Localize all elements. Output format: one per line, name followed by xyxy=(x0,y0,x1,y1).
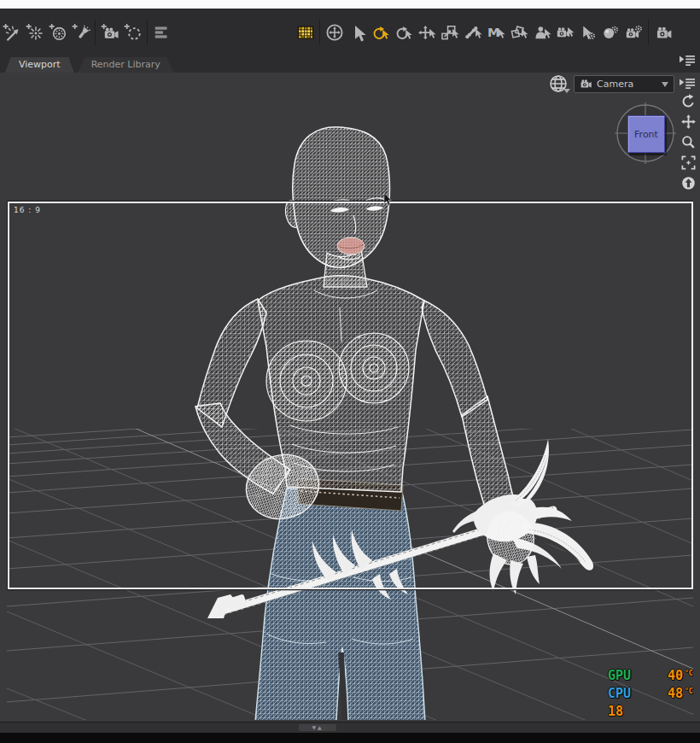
movie-camera-icon xyxy=(580,78,592,91)
zoom-icon[interactable] xyxy=(678,133,698,151)
svg-text:M: M xyxy=(487,24,499,38)
orbit-cube-face-label: Front xyxy=(634,129,658,140)
osd-cpu-label: CPU xyxy=(608,686,652,701)
orbit-cube-face[interactable]: Front xyxy=(627,115,665,153)
osd-fps-label: 18 xyxy=(608,704,652,719)
bottom-black-strip xyxy=(0,733,700,743)
window-top-strip xyxy=(0,0,700,9)
pan-icon[interactable] xyxy=(678,113,698,131)
sphere-settings-icon[interactable] xyxy=(599,18,622,47)
tool-settings-icon[interactable] xyxy=(576,18,599,47)
chevron-down-icon xyxy=(662,82,668,87)
joint-editor-icon[interactable] xyxy=(461,18,484,47)
frame-icon[interactable] xyxy=(678,154,698,172)
universal-manipulator-icon[interactable] xyxy=(323,18,346,47)
new-point-light-icon[interactable] xyxy=(23,18,46,47)
geometry-editor-icon[interactable]: M xyxy=(484,18,507,47)
viewport-canvas[interactable] xyxy=(7,73,693,720)
node-selection-icon[interactable] xyxy=(346,18,369,47)
osd-cpu-row: CPU 48 °C xyxy=(608,686,693,704)
create-tools-group xyxy=(0,9,173,56)
globe-caret-icon xyxy=(563,89,570,93)
camera-selector-label: Camera xyxy=(597,79,657,90)
tab-render-library[interactable]: Render Library xyxy=(78,57,174,73)
render-settings-icon[interactable] xyxy=(622,18,645,47)
osd-gpu-unit: °C xyxy=(685,666,693,682)
aspect-ratio-label: 16 : 9 xyxy=(14,206,41,214)
toolbar-separator xyxy=(319,20,320,45)
aux-viewport-icon[interactable] xyxy=(294,18,317,47)
render-icon[interactable] xyxy=(651,18,674,47)
tab-viewport[interactable]: Viewport xyxy=(5,57,74,73)
new-distant-light-icon[interactable] xyxy=(0,18,23,47)
scene-outline-icon[interactable] xyxy=(150,18,173,47)
hardware-osd: GPU 40 °C CPU 48 °C 18 xyxy=(608,668,693,719)
toolbar-separator xyxy=(95,20,96,45)
bottom-status-strip xyxy=(0,722,700,734)
pane-options-icon[interactable] xyxy=(678,52,698,69)
toolbar-separator xyxy=(147,20,148,45)
new-null-icon[interactable] xyxy=(121,18,144,47)
figure-selection-icon[interactable] xyxy=(530,18,553,47)
toolbar-separator xyxy=(648,20,649,45)
camera-selector-dropdown[interactable]: Camera xyxy=(574,75,674,93)
osd-cpu-value: 48 xyxy=(652,686,683,701)
viewport-options-icon[interactable] xyxy=(678,75,698,92)
orbit-icon[interactable] xyxy=(678,92,698,110)
osd-gpu-label: GPU xyxy=(608,668,652,683)
pane-collapse-handle[interactable]: ▼▲ xyxy=(299,724,336,731)
new-spotlight-icon[interactable] xyxy=(69,18,92,47)
camera-selection-icon[interactable] xyxy=(553,18,576,47)
new-camera-icon[interactable] xyxy=(98,18,121,47)
surface-selection-icon[interactable] xyxy=(507,18,530,47)
tools-group: M xyxy=(294,9,674,56)
rotate-tool-icon[interactable] xyxy=(392,18,415,47)
home-icon[interactable] xyxy=(678,174,698,192)
osd-fps-row: 18 xyxy=(608,704,693,719)
main-toolbar: M xyxy=(0,9,700,56)
application-window: M Viewport Render Library xyxy=(0,0,700,743)
new-linear-light-icon[interactable] xyxy=(46,18,69,47)
viewport-nav-column xyxy=(678,92,700,192)
translate-tool-icon[interactable] xyxy=(415,18,438,47)
osd-cpu-unit: °C xyxy=(685,684,693,699)
scale-tool-icon[interactable] xyxy=(438,18,461,47)
osd-gpu-row: GPU 40 °C xyxy=(608,668,693,686)
pane-tab-bar: Viewport Render Library xyxy=(0,56,700,73)
osd-gpu-value: 40 xyxy=(652,668,683,683)
active-pose-rotate-icon[interactable] xyxy=(369,18,392,47)
